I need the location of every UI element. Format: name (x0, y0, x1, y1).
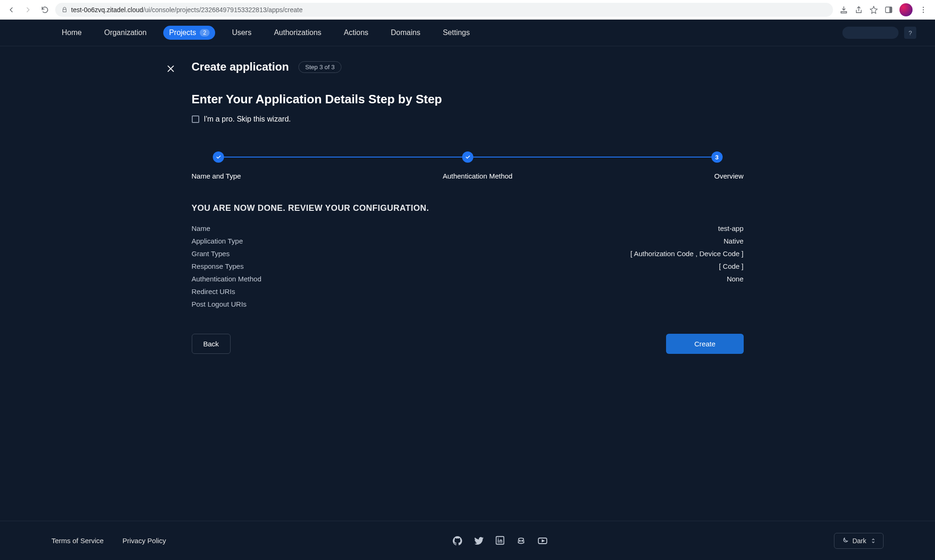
review-row: Redirect URIs (192, 287, 744, 295)
nav-label: Home (62, 29, 82, 37)
youtube-icon[interactable] (537, 535, 548, 546)
review-label: Grant Types (192, 250, 230, 258)
linkedin-icon[interactable] (495, 535, 505, 546)
review-heading: YOU ARE NOW DONE. REVIEW YOUR CONFIGURAT… (192, 203, 744, 213)
svg-point-3 (923, 9, 924, 10)
browser-address-bar[interactable]: test-0o6zvq.zitadel.cloud/ui/console/pro… (55, 3, 833, 17)
nav-actions[interactable]: Actions (338, 26, 374, 40)
nav-label: Organization (104, 29, 147, 37)
review-label: Post Logout URIs (192, 300, 247, 308)
nav-organization[interactable]: Organization (99, 26, 152, 40)
close-button[interactable] (166, 64, 175, 73)
nav-users[interactable]: Users (226, 26, 257, 40)
review-row: Response Types[ Code ] (192, 262, 744, 270)
star-icon[interactable] (870, 6, 878, 14)
lock-icon (62, 7, 67, 13)
browser-toolbar: test-0o6zvq.zitadel.cloud/ui/console/pro… (0, 0, 935, 20)
kebab-menu-icon[interactable] (919, 6, 928, 14)
nav-label: Projects (169, 29, 196, 37)
nav-projects[interactable]: Projects 2 (163, 26, 215, 40)
step-3-dot[interactable]: 3 (711, 151, 723, 163)
svg-point-7 (522, 540, 523, 541)
page-title: Create application (192, 60, 289, 73)
browser-right-icons (837, 3, 930, 16)
step-2-dot[interactable] (462, 151, 473, 163)
svg-rect-1 (890, 7, 892, 13)
browser-reload-button[interactable] (38, 3, 51, 16)
browser-back-button[interactable] (5, 3, 18, 16)
share-icon[interactable] (855, 6, 863, 14)
check-icon (216, 154, 221, 160)
review-row: Application TypeNative (192, 237, 744, 245)
nav-label: Actions (344, 29, 368, 37)
step-line (473, 157, 711, 158)
create-button[interactable]: Create (666, 334, 743, 354)
nav-label: Settings (443, 29, 470, 37)
review-value: [ Authorization Code , Device Code ] (631, 250, 744, 258)
step-1-dot[interactable] (213, 151, 224, 163)
review-value: Native (724, 237, 744, 245)
discord-icon[interactable] (515, 535, 527, 546)
review-label: Application Type (192, 237, 243, 245)
svg-point-2 (923, 7, 924, 7)
url-text: test-0o6zvq.zitadel.cloud/ui/console/pro… (71, 6, 303, 14)
theme-toggle[interactable]: Dark (834, 533, 884, 549)
step-2-label: Authentication Method (241, 172, 714, 180)
nav-home[interactable]: Home (56, 26, 87, 40)
nav-settings[interactable]: Settings (437, 26, 476, 40)
check-icon (465, 154, 471, 160)
page-subtitle: Enter Your Application Details Step by S… (192, 92, 744, 107)
nav-badge: 2 (200, 29, 210, 36)
twitter-icon[interactable] (473, 535, 485, 546)
step-1-label: Name and Type (192, 172, 241, 180)
theme-label: Dark (852, 537, 866, 545)
nav-label: Authorizations (274, 29, 321, 37)
moon-icon (841, 537, 848, 545)
review-value: test-app (718, 224, 743, 232)
review-label: Name (192, 224, 210, 232)
help-button[interactable]: ? (904, 27, 916, 39)
step-line (224, 157, 462, 158)
panel-icon[interactable] (884, 6, 893, 14)
step-3-label: Overview (714, 172, 744, 180)
stepper: 3 (192, 151, 744, 163)
nav-domains[interactable]: Domains (385, 26, 426, 40)
svg-point-6 (520, 540, 521, 541)
review-label: Redirect URIs (192, 287, 235, 295)
footer-privacy-link[interactable]: Privacy Policy (123, 537, 166, 545)
review-value: None (727, 275, 744, 283)
skip-wizard-checkbox[interactable]: I'm a pro. Skip this wizard. (192, 115, 744, 123)
review-row: Post Logout URIs (192, 300, 744, 308)
app-topnav: Home Organization Projects 2 Users Autho… (0, 20, 935, 46)
footer-tos-link[interactable]: Terms of Service (51, 537, 104, 545)
review-label: Authentication Method (192, 275, 261, 283)
back-button[interactable]: Back (192, 334, 231, 354)
install-icon[interactable] (840, 6, 848, 14)
profile-avatar[interactable] (899, 3, 913, 16)
chevron-updown-icon (870, 538, 877, 544)
nav-label: Domains (391, 29, 420, 37)
review-value: [ Code ] (719, 262, 744, 270)
review-label: Response Types (192, 262, 244, 270)
step-indicator: Step 3 of 3 (298, 61, 342, 73)
svg-point-4 (923, 12, 924, 13)
checkbox-icon (192, 115, 199, 123)
search-input[interactable] (842, 27, 899, 39)
skip-wizard-label: I'm a pro. Skip this wizard. (204, 115, 291, 123)
browser-forward-button[interactable] (22, 3, 35, 16)
review-row: Authentication MethodNone (192, 275, 744, 283)
footer: Terms of Service Privacy Policy Dark (0, 521, 935, 560)
nav-label: Users (232, 29, 252, 37)
review-row: Nametest-app (192, 224, 744, 232)
review-row: Grant Types[ Authorization Code , Device… (192, 250, 744, 258)
nav-authorizations[interactable]: Authorizations (268, 26, 327, 40)
github-icon[interactable] (452, 535, 463, 546)
